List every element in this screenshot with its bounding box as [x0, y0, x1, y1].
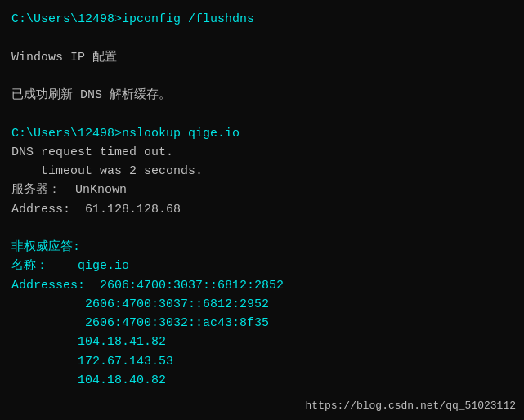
terminal-line-7: DNS request timed out.: [11, 143, 513, 162]
terminal-line-10: Address: 61.128.128.68: [11, 200, 513, 219]
terminal-line-15: 2606:4700:3037::6812:2952: [11, 295, 513, 314]
terminal-line-19: 104.18.40.82: [11, 371, 513, 390]
terminal-line-12: 非权威应答:: [11, 238, 513, 257]
watermark: https://blog.csdn.net/qq_51023112: [306, 400, 516, 412]
terminal-line-14: Addresses: 2606:4700:3037::6812:2852: [11, 276, 513, 295]
terminal-line-16: 2606:4700:3032::ac43:8f35: [11, 314, 513, 333]
terminal-line-18: 172.67.143.53: [11, 352, 513, 371]
terminal-line-13: 名称： qige.io: [11, 257, 513, 275]
terminal-line-0: C:\Users\12498>ipconfig /flushdns: [11, 10, 513, 29]
terminal-line-9: 服务器： UnKnown: [11, 181, 513, 199]
terminal-line-4: 已成功刷新 DNS 解析缓存。: [11, 86, 513, 105]
terminal-line-2: Windows IP 配置: [11, 48, 513, 67]
terminal-window: C:\Users\12498>ipconfig /flushdnsWindows…: [0, 0, 524, 420]
terminal-line-17: 104.18.41.82: [11, 333, 513, 351]
terminal-line-6: C:\Users\12498>nslookup qige.io: [11, 124, 513, 143]
terminal-line-8: timeout was 2 seconds.: [11, 162, 513, 181]
